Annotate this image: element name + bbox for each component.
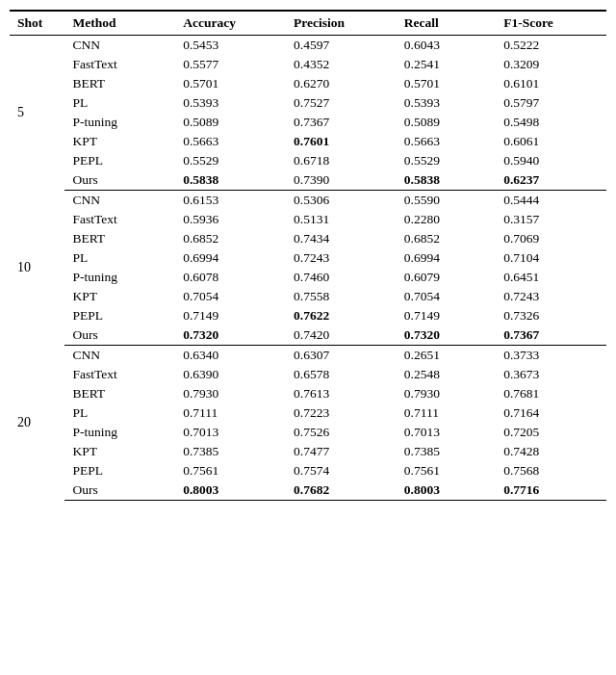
table-row: PEPL0.71490.76220.71490.7326	[10, 306, 606, 325]
recall-cell: 0.7561	[397, 461, 496, 480]
method-cell: FastText	[64, 365, 175, 384]
recall-cell: 0.2541	[397, 55, 496, 74]
accuracy-cell: 0.7149	[175, 306, 286, 325]
precision-cell: 0.7682	[286, 480, 397, 501]
f1-cell: 0.7326	[496, 306, 606, 325]
method-cell: Ours	[64, 325, 175, 346]
precision-cell: 0.6578	[286, 365, 397, 384]
f1-cell: 0.3733	[496, 346, 606, 366]
accuracy-cell: 0.6852	[175, 229, 286, 248]
recall-cell: 0.7013	[397, 423, 496, 442]
f1-cell: 0.7069	[496, 229, 606, 248]
table-row: Ours0.58380.73900.58380.6237	[10, 170, 606, 191]
method-cell: PL	[64, 93, 175, 113]
accuracy-cell: 0.8003	[175, 480, 286, 501]
f1-cell: 0.3157	[496, 210, 606, 229]
recall-cell: 0.6043	[397, 36, 496, 56]
shot-cell: 20	[10, 346, 64, 501]
precision-cell: 0.7526	[286, 423, 397, 442]
method-cell: PEPL	[64, 461, 175, 480]
precision-cell: 0.7223	[286, 403, 397, 423]
method-cell: Ours	[64, 480, 175, 501]
method-cell: KPT	[64, 132, 175, 151]
method-cell: BERT	[64, 384, 175, 403]
accuracy-cell: 0.7054	[175, 287, 286, 306]
accuracy-cell: 0.6340	[175, 346, 286, 366]
precision-cell: 0.6270	[286, 74, 397, 93]
accuracy-cell: 0.7930	[175, 384, 286, 403]
table-row: PEPL0.75610.75740.75610.7568	[10, 461, 606, 480]
method-cell: BERT	[64, 74, 175, 93]
precision-cell: 0.4352	[286, 55, 397, 74]
f1-cell: 0.7716	[496, 480, 606, 501]
recall-cell: 0.5529	[397, 151, 496, 170]
table-row: KPT0.70540.75580.70540.7243	[10, 287, 606, 306]
table-row: PL0.71110.72230.71110.7164	[10, 403, 606, 423]
recall-cell: 0.2651	[397, 346, 496, 366]
accuracy-cell: 0.5663	[175, 132, 286, 151]
precision-cell: 0.7574	[286, 461, 397, 480]
accuracy-cell: 0.5577	[175, 55, 286, 74]
recall-cell: 0.7385	[397, 442, 496, 461]
precision-cell: 0.7622	[286, 306, 397, 325]
accuracy-cell: 0.5529	[175, 151, 286, 170]
precision-cell: 0.7558	[286, 287, 397, 306]
table-row: KPT0.73850.74770.73850.7428	[10, 442, 606, 461]
f1-cell: 0.7367	[496, 325, 606, 346]
recall-cell: 0.6852	[397, 229, 496, 248]
method-cell: P-tuning	[64, 113, 175, 132]
method-cell: FastText	[64, 210, 175, 229]
f1-cell: 0.7568	[496, 461, 606, 480]
method-cell: P-tuning	[64, 268, 175, 287]
method-cell: P-tuning	[64, 423, 175, 442]
precision-cell: 0.7367	[286, 113, 397, 132]
table-row: Ours0.73200.74200.73200.7367	[10, 325, 606, 346]
recall-cell: 0.7111	[397, 403, 496, 423]
f1-cell: 0.6061	[496, 132, 606, 151]
recall-cell: 0.7054	[397, 287, 496, 306]
method-cell: KPT	[64, 442, 175, 461]
method-cell: KPT	[64, 287, 175, 306]
table-row: P-tuning0.70130.75260.70130.7205	[10, 423, 606, 442]
precision-cell: 0.7613	[286, 384, 397, 403]
table-row: BERT0.79300.76130.79300.7681	[10, 384, 606, 403]
accuracy-cell: 0.6994	[175, 248, 286, 268]
method-cell: CNN	[64, 36, 175, 56]
table-row: PEPL0.55290.67180.55290.5940	[10, 151, 606, 170]
recall-cell: 0.2280	[397, 210, 496, 229]
header-shot: Shot	[10, 11, 64, 36]
recall-cell: 0.5663	[397, 132, 496, 151]
table-row: FastText0.55770.43520.25410.3209	[10, 55, 606, 74]
accuracy-cell: 0.5701	[175, 74, 286, 93]
f1-cell: 0.6237	[496, 170, 606, 191]
method-cell: PL	[64, 248, 175, 268]
f1-cell: 0.7205	[496, 423, 606, 442]
shot-cell: 10	[10, 191, 64, 346]
f1-cell: 0.5222	[496, 36, 606, 56]
header-method: Method	[64, 11, 175, 36]
f1-cell: 0.5940	[496, 151, 606, 170]
results-table: Shot Method Accuracy Precision Recall F1…	[10, 10, 606, 501]
precision-cell: 0.5131	[286, 210, 397, 229]
precision-cell: 0.7601	[286, 132, 397, 151]
recall-cell: 0.5393	[397, 93, 496, 113]
recall-cell: 0.2548	[397, 365, 496, 384]
f1-cell: 0.7164	[496, 403, 606, 423]
shot-cell: 5	[10, 36, 64, 191]
accuracy-cell: 0.6153	[175, 191, 286, 211]
table-row: FastText0.63900.65780.25480.3673	[10, 365, 606, 384]
accuracy-cell: 0.7111	[175, 403, 286, 423]
method-cell: PEPL	[64, 151, 175, 170]
table-row: 5CNN0.54530.45970.60430.5222	[10, 36, 606, 56]
method-cell: PEPL	[64, 306, 175, 325]
precision-cell: 0.7420	[286, 325, 397, 346]
f1-cell: 0.5498	[496, 113, 606, 132]
f1-cell: 0.7681	[496, 384, 606, 403]
accuracy-cell: 0.7320	[175, 325, 286, 346]
f1-cell: 0.3209	[496, 55, 606, 74]
f1-cell: 0.5444	[496, 191, 606, 211]
table-container: Shot Method Accuracy Precision Recall F1…	[10, 10, 606, 501]
recall-cell: 0.6994	[397, 248, 496, 268]
recall-cell: 0.7930	[397, 384, 496, 403]
accuracy-cell: 0.7561	[175, 461, 286, 480]
